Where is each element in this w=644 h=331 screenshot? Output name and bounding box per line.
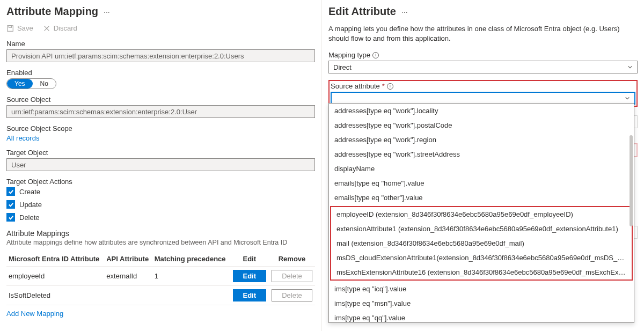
cell-api [104,286,152,305]
cell-api: externalId [104,267,152,286]
dropdown-option[interactable]: displayName [329,161,634,176]
chevron-down-icon [627,64,633,70]
mappings-table: Microsoft Entra ID Attribute API Attribu… [6,252,315,305]
delete-label: Delete [19,214,40,222]
target-actions-label: Target Object Actions [6,178,315,186]
info-icon[interactable]: i [372,52,379,58]
cell-prec: 1 [152,267,230,286]
mapping-type-value: Direct [333,63,352,71]
source-attr-dropdown[interactable]: addresses[type eq "work"].locality addre… [328,103,634,323]
save-label: Save [17,24,33,32]
create-label: Create [19,188,40,196]
highlighted-options-group: employeeID (extension_8d346f30f8634e6ebc… [330,206,633,281]
mappings-subtitle: Attribute mappings define how attributes… [6,239,315,246]
discard-button[interactable]: Discard [43,24,77,32]
checkbox-icon [6,187,15,196]
enabled-yes[interactable]: Yes [7,79,33,89]
create-checkbox-row[interactable]: Create [6,187,315,196]
delete-button[interactable]: Delete [272,270,312,282]
col-precedence: Matching precedence [152,252,230,267]
update-label: Update [19,201,42,209]
checkbox-icon [6,213,15,222]
cell-prec [152,286,230,305]
target-object-label: Target Object [6,149,315,157]
svg-rect-1 [9,25,11,27]
dropdown-option[interactable]: ims[type eq "msn"].value [329,296,634,311]
edit-button[interactable]: Edit [233,289,267,301]
scrollbar-thumb[interactable] [630,135,633,226]
dropdown-option[interactable]: msExchExtensionAttribute16 (extension_8d… [331,265,632,279]
more-icon[interactable]: ··· [104,8,110,16]
dropdown-option[interactable]: addresses[type eq "work"].locality [329,104,634,118]
table-row: IsSoftDeleted Edit Delete [6,286,315,305]
enabled-no[interactable]: No [33,79,56,89]
source-attr-label: Source attribute [331,82,380,90]
mapping-type-select[interactable]: Direct [328,61,638,73]
toolbar: Save Discard [6,24,315,32]
source-object-label: Source Object [6,95,315,104]
dropdown-option[interactable]: addresses[type eq "work"].postalCode [329,118,634,133]
add-new-mapping-link[interactable]: Add New Mapping [6,310,63,318]
cell-entra: IsSoftDeleted [6,286,104,305]
dropdown-option[interactable]: extensionAttribute1 (extension_8d346f30f… [331,222,632,236]
chevron-down-icon [625,95,630,101]
checkbox-icon [6,200,15,209]
save-icon [6,25,14,32]
save-button[interactable]: Save [6,24,33,32]
delete-checkbox-row[interactable]: Delete [6,213,315,222]
delete-button[interactable]: Delete [272,289,312,301]
panel-title: Edit Attribute [328,5,396,18]
scrollbar-track[interactable] [628,106,633,320]
dropdown-option[interactable]: ims[type eq "qq"].value [329,311,634,323]
enabled-label: Enabled [6,69,315,77]
discard-icon [43,25,50,32]
source-scope-label: Source Object Scope [6,124,315,133]
update-checkbox-row[interactable]: Update [6,200,315,209]
col-edit: Edit [230,252,269,267]
mappings-title: Attribute Mappings [6,229,315,238]
col-remove: Remove [269,252,315,267]
panel-description: A mapping lets you define how the attrib… [328,24,638,43]
more-icon[interactable]: ··· [401,8,408,16]
enabled-toggle[interactable]: Yes No [6,78,56,89]
dropdown-option[interactable]: ims[type eq "icq"].value [329,282,634,296]
svg-rect-0 [8,25,13,31]
name-input[interactable] [6,49,315,62]
dropdown-option[interactable]: addresses[type eq "work"].streetAddress [329,147,634,161]
edit-attribute-panel: Edit Attribute ··· A mapping lets you de… [322,0,644,331]
discard-label: Discard [54,24,77,32]
table-row: employeeId externalId 1 Edit Delete [6,267,315,286]
edit-button[interactable]: Edit [233,270,267,282]
source-scope-link[interactable]: All records [6,134,39,142]
dropdown-option[interactable]: addresses[type eq "work"].region [329,133,634,147]
dropdown-option[interactable]: mail (extension_8d346f30f8634e6ebc5680a9… [331,236,632,251]
dropdown-option[interactable]: emails[type eq "other"].value [329,190,634,205]
dropdown-option[interactable]: msDS_cloudExtensionAttribute1(extension_… [331,251,632,265]
target-object-input[interactable] [6,158,315,171]
required-icon: * [382,82,385,90]
dropdown-option[interactable]: employeeID (extension_8d346f30f8634e6ebc… [331,207,632,222]
source-object-input[interactable] [6,105,315,118]
col-api-attr: API Attribute [104,252,152,267]
info-icon[interactable]: i [387,83,393,90]
dropdown-option[interactable]: emails[type eq "home"].value [329,176,634,190]
panel-title: Attribute Mapping [6,5,98,18]
name-label: Name [6,40,315,48]
col-entra-attr: Microsoft Entra ID Attribute [6,252,104,267]
mapping-type-label: Mapping type [328,51,370,59]
cell-entra: employeeId [6,267,104,286]
attribute-mapping-panel: Attribute Mapping ··· Save Discard Name … [0,0,322,331]
